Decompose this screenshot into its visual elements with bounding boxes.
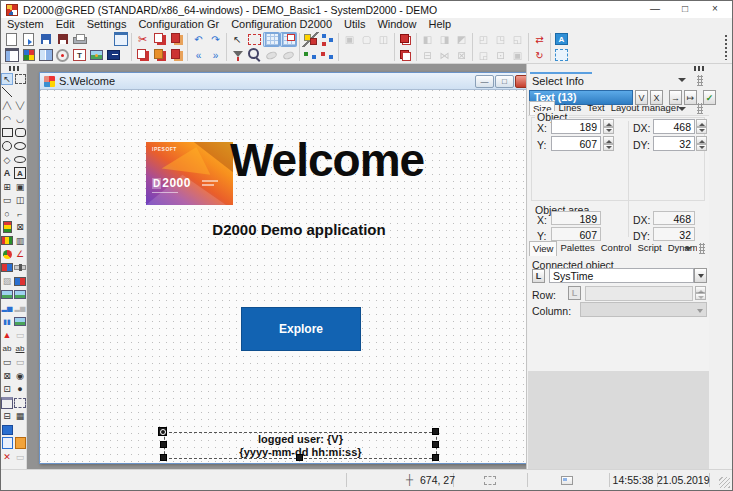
chevron-down-icon[interactable] <box>684 247 692 255</box>
toolbar-grip-icon[interactable] <box>724 34 729 60</box>
connected-object-l-button[interactable]: L <box>532 269 545 283</box>
inner-rect-icon[interactable]: ◫ <box>14 194 26 206</box>
tab-control[interactable]: Control <box>598 241 635 256</box>
column-combo[interactable] <box>580 302 707 317</box>
bitmap-2-icon[interactable] <box>14 290 26 299</box>
tab-layout-manager[interactable]: Layout manager <box>608 101 679 116</box>
window-item-icon[interactable] <box>1 397 13 409</box>
grid-icon[interactable] <box>263 32 280 47</box>
x-spinner[interactable] <box>603 119 614 134</box>
paste-special-icon[interactable] <box>151 48 168 63</box>
new-schema-icon[interactable] <box>3 32 20 47</box>
rounded-rectangle-icon[interactable] <box>14 127 26 139</box>
disabled-box-icon[interactable]: ▭ <box>14 329 26 341</box>
demo-subtitle[interactable]: D2000 Demo application <box>179 221 419 238</box>
bitmap-mode-icon[interactable] <box>90 50 103 60</box>
drawing-toolbar-grip-icon[interactable] <box>9 66 19 71</box>
trend-icon[interactable]: ∠ <box>14 248 26 260</box>
line-icon[interactable] <box>1 86 13 98</box>
align-middle-icon[interactable]: ◳ <box>492 32 509 47</box>
grid-window-icon[interactable] <box>280 32 297 47</box>
maximize-icon[interactable]: □ <box>670 1 700 18</box>
group-icon[interactable]: ▣ <box>341 32 358 47</box>
confirm-button[interactable]: ✓ <box>703 90 716 105</box>
schema-properties-icon[interactable] <box>112 32 129 47</box>
connect-nodes-icon[interactable] <box>302 48 319 63</box>
d2000-banner-image[interactable]: IPESOFT D 2000 <box>146 142 233 205</box>
circle-icon[interactable] <box>1 140 13 152</box>
schema-minimize-icon[interactable]: — <box>475 75 494 88</box>
graph-gray-icon[interactable]: ▂▅ <box>14 302 26 314</box>
flip-horizontal-icon[interactable]: ⇄ <box>531 32 548 47</box>
checkbox-icon[interactable]: ⊠ <box>1 370 13 382</box>
paste-schema-icon[interactable] <box>168 32 185 47</box>
print-icon[interactable] <box>71 32 88 47</box>
bitmap-1-icon[interactable] <box>1 290 13 299</box>
button-3d-icon[interactable]: ▭ <box>14 356 26 368</box>
chord-icon[interactable]: ◡ <box>14 113 26 125</box>
select-icon[interactable]: ↖ <box>1 73 13 85</box>
color-scale-icon[interactable] <box>1 235 13 247</box>
resize-grip-icon[interactable] <box>719 477 730 488</box>
command-mode-icon[interactable] <box>107 50 120 60</box>
dy-spinner[interactable] <box>696 136 707 151</box>
x-input[interactable]: 189 <box>551 119 601 134</box>
align-left-icon[interactable]: ◧ <box>419 32 436 47</box>
transform-mode-icon[interactable] <box>246 32 263 47</box>
table-item-icon[interactable]: ▦ <box>14 410 26 422</box>
schema-canvas[interactable]: IPESOFT D 2000 Welcome D2000 Demo applic… <box>40 90 546 463</box>
welcome-heading[interactable]: Welcome <box>230 137 496 183</box>
selection-frame-icon[interactable] <box>553 48 570 63</box>
selection-handle-bottom-center[interactable] <box>296 454 303 461</box>
schema-maximize-icon[interactable]: □ <box>495 75 514 88</box>
tab-grip-icon[interactable] <box>699 243 705 254</box>
minimize-icon[interactable]: — <box>640 1 670 18</box>
menu-system[interactable]: System <box>1 18 50 31</box>
diamond-icon[interactable]: ◇ <box>1 154 13 166</box>
zoom-tool-icon[interactable] <box>246 48 263 63</box>
y-input[interactable]: 607 <box>551 136 601 151</box>
text-icon[interactable]: A <box>1 167 13 179</box>
tab-grip-icon[interactable] <box>697 103 703 114</box>
menu-settings[interactable]: Settings <box>81 18 133 31</box>
stretch-height-icon[interactable]: ▣ <box>509 48 526 63</box>
corner-icon[interactable]: ⌐ <box>14 208 26 220</box>
schema-title-bar[interactable]: S.Welcome — □ × <box>40 73 546 90</box>
misc-object-icon[interactable]: ▭ <box>14 451 26 463</box>
dx-spinner[interactable] <box>696 119 707 134</box>
row-input[interactable] <box>585 286 693 301</box>
menu-help[interactable]: Help <box>423 18 458 31</box>
check-2-icon[interactable]: ⊡ <box>1 383 13 395</box>
row-spinner[interactable] <box>695 286 706 300</box>
menu-configuration-gr[interactable]: Configuration Gr <box>132 18 225 31</box>
slider-icon[interactable] <box>14 262 26 274</box>
dx-input[interactable]: 468 <box>653 119 695 134</box>
selection-handle-right[interactable] <box>432 441 439 448</box>
select-mode-icon[interactable]: ↖ <box>229 32 246 47</box>
ellipse-icon[interactable] <box>14 140 26 152</box>
show-panels-icon[interactable] <box>3 48 20 63</box>
grid-object-icon[interactable]: ⊞ <box>1 181 13 193</box>
back-icon[interactable]: « <box>190 48 207 63</box>
same-width-icon[interactable]: ⊟ <box>419 48 436 63</box>
connected-object-input[interactable]: SysTime <box>549 268 694 283</box>
pause-control-icon[interactable]: ▮▮ <box>1 316 13 328</box>
save-as-icon[interactable] <box>54 32 71 47</box>
bar-indicator-icon[interactable] <box>1 221 13 233</box>
color-pair-icon[interactable] <box>1 262 13 274</box>
polyline-2-icon[interactable]: ╲╱ <box>14 100 26 112</box>
led-icon[interactable]: ● <box>14 383 26 395</box>
hatch-box-icon[interactable]: ▥ <box>14 235 26 247</box>
indicator-2-icon[interactable] <box>14 275 26 287</box>
tab-palettes[interactable]: Palettes <box>557 241 597 256</box>
panel-dock-grip-icon[interactable] <box>694 66 704 71</box>
bar-graph-icon[interactable]: ▂▅ <box>1 302 13 314</box>
schema-script-icon[interactable]: A <box>555 33 568 45</box>
text-mode-icon[interactable]: T <box>73 49 86 61</box>
entry-field-2-icon[interactable]: ab <box>14 343 26 355</box>
same-height-icon[interactable]: ◲ <box>475 48 492 63</box>
record-icon[interactable] <box>54 48 71 63</box>
clipboard-item-icon[interactable]: ⊟ <box>1 410 13 422</box>
bring-to-front-icon[interactable] <box>397 32 414 47</box>
align-center-icon[interactable]: ◨ <box>436 32 453 47</box>
